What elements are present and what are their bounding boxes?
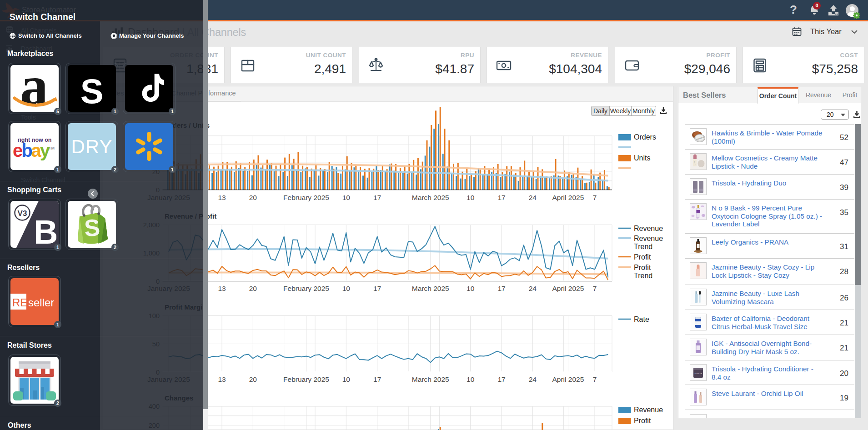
svg-text:24: 24 bbox=[529, 194, 537, 201]
svg-text:10: 10 bbox=[467, 375, 475, 383]
svg-text:Trend: Trend bbox=[634, 243, 652, 250]
svg-text:March 2025: March 2025 bbox=[412, 375, 449, 383]
svg-text:17: 17 bbox=[497, 194, 505, 201]
svg-text:7: 7 bbox=[593, 194, 597, 201]
svg-text:10: 10 bbox=[467, 194, 475, 201]
svg-text:April 2025: April 2025 bbox=[552, 285, 584, 292]
svg-text:24: 24 bbox=[529, 285, 537, 292]
svg-text:20: 20 bbox=[249, 375, 257, 383]
svg-text:Profit: Profit bbox=[634, 417, 651, 425]
svg-text:13: 13 bbox=[218, 194, 226, 201]
svg-text:February 2025: February 2025 bbox=[283, 285, 329, 292]
svg-text:17: 17 bbox=[373, 285, 381, 292]
svg-text:April 2025: April 2025 bbox=[552, 375, 584, 383]
svg-text:Rate: Rate bbox=[634, 315, 649, 323]
svg-text:17: 17 bbox=[497, 285, 505, 292]
svg-text:March 2025: March 2025 bbox=[412, 285, 449, 292]
svg-text:20: 20 bbox=[249, 194, 257, 201]
svg-text:17: 17 bbox=[373, 194, 381, 201]
svg-text:10: 10 bbox=[467, 285, 475, 292]
svg-text:February 2025: February 2025 bbox=[283, 375, 329, 383]
svg-text:S: S bbox=[84, 214, 101, 241]
svg-text:17: 17 bbox=[497, 375, 505, 383]
svg-text:13: 13 bbox=[218, 375, 226, 383]
svg-text:Profit: Profit bbox=[634, 253, 651, 261]
svg-text:Units: Units bbox=[634, 154, 650, 162]
svg-text:February 2025: February 2025 bbox=[283, 194, 329, 201]
svg-text:Revenue: Revenue bbox=[634, 406, 663, 414]
svg-text:Trend: Trend bbox=[634, 272, 652, 280]
svg-text:Orders: Orders bbox=[634, 133, 656, 141]
svg-text:20: 20 bbox=[249, 285, 257, 292]
svg-text:Revenue: Revenue bbox=[634, 235, 663, 242]
svg-text:7: 7 bbox=[593, 375, 597, 383]
svg-text:10: 10 bbox=[342, 194, 351, 201]
svg-text:V3: V3 bbox=[18, 209, 27, 218]
svg-text:April 2025: April 2025 bbox=[552, 194, 584, 201]
svg-text:Revenue: Revenue bbox=[634, 225, 663, 232]
svg-text:TRISSOLA: TRISSOLA bbox=[694, 373, 702, 375]
svg-text:Profit: Profit bbox=[634, 264, 651, 271]
svg-text:10: 10 bbox=[342, 285, 351, 292]
svg-text:10: 10 bbox=[342, 375, 351, 383]
svg-text:March 2025: March 2025 bbox=[412, 194, 449, 201]
svg-text:24: 24 bbox=[529, 375, 537, 383]
svg-text:17: 17 bbox=[373, 375, 381, 383]
svg-text:7: 7 bbox=[593, 285, 597, 292]
svg-text:13: 13 bbox=[218, 285, 226, 292]
